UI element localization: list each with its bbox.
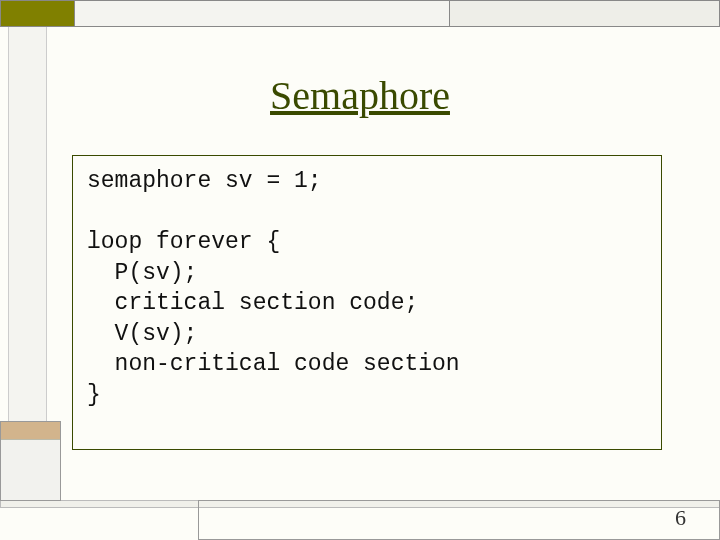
slide-title: Semaphore xyxy=(0,72,720,119)
page-number: 6 xyxy=(675,505,686,531)
lower-left-tan-strip xyxy=(1,422,60,440)
slide: Semaphore semaphore sv = 1; loop forever… xyxy=(0,0,720,540)
top-band-olive-segment xyxy=(0,0,75,27)
top-decorative-band xyxy=(0,0,720,27)
top-band-light-segment-2 xyxy=(450,0,720,27)
bottom-right-frame xyxy=(198,500,720,540)
top-band-light-segment-1 xyxy=(75,0,450,27)
code-content: semaphore sv = 1; loop forever { P(sv); … xyxy=(87,166,647,411)
code-box: semaphore sv = 1; loop forever { P(sv); … xyxy=(72,155,662,450)
lower-left-decorative-box xyxy=(0,421,61,501)
